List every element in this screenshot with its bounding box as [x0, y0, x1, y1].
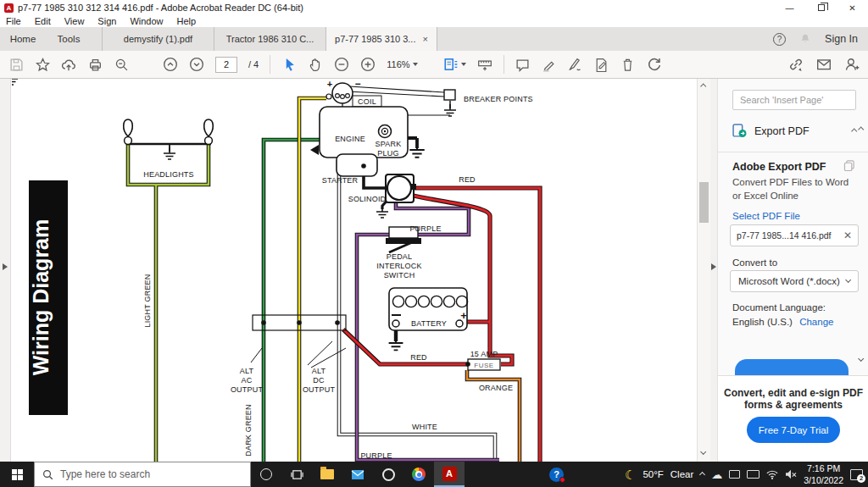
save-icon[interactable]	[8, 57, 24, 72]
remove-file-icon[interactable]: ✕	[843, 230, 852, 241]
minimize-button[interactable]: —	[774, 0, 805, 15]
search-icon	[42, 469, 53, 480]
measure-tool-icon[interactable]	[477, 57, 492, 72]
menu-sign[interactable]: Sign	[97, 16, 116, 26]
taskbar-clock[interactable]: 7:16 PM 3/10/2022	[804, 462, 843, 486]
action-center-icon[interactable]: 2	[850, 469, 863, 480]
scrollbar-thumb[interactable]	[699, 182, 709, 223]
breaker-points-symbol	[444, 90, 455, 100]
acrobat-window: A p7-77 1985 310 312 314 416.pdf - Adobe…	[0, 0, 868, 487]
app-ring-icon[interactable]	[373, 462, 403, 487]
start-button[interactable]	[0, 462, 34, 487]
fill-sign-icon[interactable]	[594, 57, 609, 72]
hand-tool-icon[interactable]	[308, 57, 323, 72]
wiring-diagram-banner: Wiring Diagram	[29, 180, 68, 415]
chrome-icon[interactable]	[403, 462, 434, 487]
document-scrollbar[interactable]	[697, 79, 710, 462]
weather-temp[interactable]: 50°F	[643, 469, 663, 479]
restore-button[interactable]	[805, 0, 837, 15]
close-button[interactable]: ✕	[837, 0, 868, 15]
menu-file[interactable]: File	[6, 16, 21, 26]
tray-power-icon[interactable]	[747, 470, 760, 479]
convert-button-partial[interactable]	[735, 359, 849, 375]
sign-pen-icon[interactable]	[568, 57, 583, 72]
next-page-icon[interactable]	[189, 57, 204, 72]
print-icon[interactable]	[87, 57, 103, 72]
convert-format-dropdown[interactable]: Microsoft Word (*.docx)	[730, 270, 859, 292]
label-battery: BATTERY	[411, 319, 447, 328]
menu-help[interactable]: Help	[177, 16, 197, 26]
share-cloud-icon[interactable]	[61, 57, 76, 72]
scroll-down-icon[interactable]	[700, 449, 707, 456]
selected-file-name: p7-77 1985...14 416.pdf	[737, 230, 832, 241]
onedrive-icon[interactable]: ☁	[711, 468, 722, 481]
tab-doc-demystify[interactable]: demystify (1).pdf	[102, 27, 214, 51]
volume-muted-icon[interactable]	[785, 469, 797, 479]
email-icon[interactable]	[816, 57, 832, 72]
acrobat-taskbar-icon[interactable]: A	[434, 462, 465, 487]
label-engine: ENGINE	[335, 135, 365, 143]
tab-close-icon[interactable]: ×	[422, 34, 427, 44]
tab-doc-current[interactable]: p7-77 1985 310 3... ×	[326, 27, 437, 51]
page-display-dropdown[interactable]	[443, 57, 466, 72]
star-icon[interactable]	[35, 57, 50, 72]
wifi-icon[interactable]	[766, 470, 778, 479]
menu-bar: File Edit View Sign Window Help	[0, 15, 868, 27]
menu-window[interactable]: Window	[130, 16, 163, 26]
label-plug: PLUG	[377, 149, 398, 158]
wiring-diagram: Wiring Diagram HEADLIGHTS LIGHT GREEN DA…	[12, 79, 697, 462]
weather-condition[interactable]: Clear	[670, 469, 693, 479]
ground-headlights	[164, 147, 175, 159]
label-alt-ac-3: OUTPUT	[231, 385, 264, 394]
menu-view[interactable]: View	[64, 16, 85, 26]
label-battery-plus: +	[460, 309, 467, 322]
tab-home[interactable]: Home	[0, 27, 46, 51]
page-number-input[interactable]	[215, 57, 237, 73]
tab-doc-tractor[interactable]: Tractor 1986 310 C...	[214, 27, 326, 51]
starter-symbol	[337, 154, 377, 176]
expand-left-panel-icon[interactable]	[3, 263, 8, 270]
scroll-up-icon[interactable]	[700, 83, 707, 90]
label-alt-dc-1: ALT	[312, 367, 326, 375]
panel-scroll-down-icon[interactable]	[858, 356, 865, 362]
tray-expand-icon[interactable]	[699, 471, 705, 477]
change-language-link[interactable]: Change	[799, 317, 833, 327]
highlight-icon[interactable]	[542, 57, 557, 72]
select-tool-icon[interactable]	[281, 57, 297, 72]
link-icon[interactable]	[788, 57, 804, 72]
clock-time: 7:16 PM	[804, 462, 843, 474]
free-trial-button[interactable]: Free 7-Day Trial	[747, 417, 840, 443]
zoom-in-icon[interactable]	[360, 57, 376, 72]
cortana-icon[interactable]	[251, 462, 281, 487]
weather-moon-icon: ☾	[625, 468, 636, 481]
previous-page-icon[interactable]	[163, 57, 178, 72]
mail-icon[interactable]	[342, 462, 373, 487]
select-pdf-file-link[interactable]: Select PDF File	[732, 211, 800, 221]
label-white: WHITE	[412, 423, 437, 431]
expand-right-panel-icon[interactable]	[711, 263, 716, 270]
help-icon[interactable]: ?	[773, 33, 786, 46]
task-view-icon[interactable]	[281, 462, 312, 487]
bell-icon[interactable]	[799, 33, 811, 45]
delete-icon[interactable]	[620, 57, 636, 72]
file-explorer-icon[interactable]	[312, 462, 342, 487]
zoom-level-value: 116%	[387, 59, 409, 69]
tray-display-icon[interactable]	[729, 470, 740, 479]
collapse-section-icon[interactable]	[851, 128, 858, 135]
panel-scroll-up-icon[interactable]	[858, 126, 865, 133]
rotate-icon[interactable]	[647, 57, 662, 72]
export-pdf-header[interactable]: Export PDF	[732, 124, 856, 138]
search-icon[interactable]	[114, 57, 129, 72]
sign-in-button[interactable]: Sign In	[825, 33, 858, 45]
zoom-out-icon[interactable]	[334, 57, 349, 72]
search-tools-input[interactable]: Search 'Insert Page'	[732, 90, 856, 110]
menu-edit[interactable]: Edit	[35, 16, 51, 26]
comment-icon[interactable]	[515, 57, 531, 72]
tab-tools[interactable]: Tools	[46, 27, 92, 51]
taskbar-search[interactable]: Type here to search	[34, 462, 251, 487]
zoom-level-dropdown[interactable]: 116%	[387, 59, 417, 69]
main-content: Wiring Diagram HEADLIGHTS LIGHT GREEN DA…	[0, 79, 868, 462]
get-help-icon[interactable]: ?	[549, 468, 564, 482]
pdf-page[interactable]: Wiring Diagram HEADLIGHTS LIGHT GREEN DA…	[12, 79, 697, 462]
account-icon[interactable]	[844, 57, 860, 72]
